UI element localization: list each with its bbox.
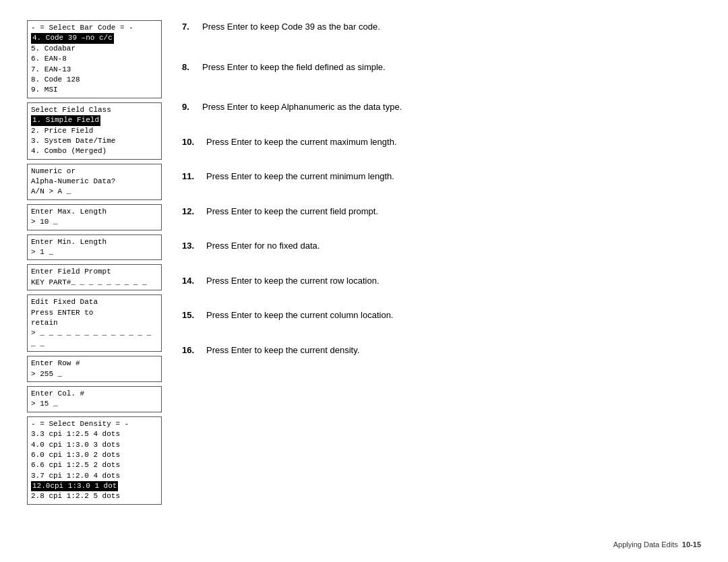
left-panel: - = Select Bar Code = - 4. Code 39 –no c… (27, 13, 162, 549)
max-length-value: > 10 _ (31, 217, 158, 227)
min-length-label: Enter Min. Length (31, 237, 158, 247)
field-class-option-1: 1. Simple Field (31, 115, 158, 125)
barcode-line-7: 9. MSI (31, 85, 158, 95)
field-class-header: Select Field Class (31, 105, 158, 115)
step-9-text: Press Enter to keep Alphanumeric as the … (202, 100, 701, 114)
right-panel: 7. Press Enter to keep Code 39 as the ba… (162, 13, 701, 549)
density-opt-4: 6.6 cpi 1:2.5 2 dots (31, 460, 158, 470)
row-label: Enter Row # (31, 358, 158, 369)
barcode-select-box: - = Select Bar Code = - 4. Code 39 –no c… (27, 20, 162, 98)
density-opt-2: 4.0 cpi 1:3.0 3 dots (31, 440, 158, 450)
step-14: 14. Press Enter to keep the current row … (182, 274, 701, 288)
step-11-text: Press Enter to keep the current minimum … (206, 170, 701, 183)
step-10: 10. Press Enter to keep the current maxi… (182, 135, 701, 149)
numeric-box: Numeric or Alpha-Numeric Data? A/N > A _ (27, 164, 162, 200)
step-7-number: 7. (182, 20, 202, 34)
row-box: Enter Row # > 255 _ (27, 356, 162, 382)
density-opt-6: 12.0cpi 1:3.0 1 dot (31, 481, 158, 491)
field-class-option-2: 2. Price Field (31, 126, 158, 136)
density-opt-5: 3.7 cpi 1:2.0 4 dots (31, 471, 158, 481)
step-8: 8. Press Enter to keep the field defined… (182, 61, 701, 74)
step-9: 9. Press Enter to keep Alphanumeric as t… (182, 100, 701, 114)
max-length-box: Enter Max. Length > 10 _ (27, 204, 162, 230)
step-10-text: Press Enter to keep the current maximum … (206, 135, 701, 149)
edit-fixed-line-3: retain (31, 318, 158, 328)
barcode-line-4: 6. EAN-8 (31, 54, 158, 64)
col-box: Enter Col. # > 15 _ (27, 386, 162, 412)
row-value: > 255 _ (31, 369, 158, 379)
edit-fixed-line-2: Press ENTER to (31, 308, 158, 318)
density-box: - = Select Density = - 3.3 cpi 1:2.5 4 d… (27, 416, 162, 505)
step-15: 15. Press Enter to keep the current colu… (182, 309, 701, 322)
step-14-number: 14. (182, 274, 206, 288)
step-8-text: Press Enter to keep the field defined as… (202, 61, 701, 74)
field-prompt-value: KEY PART#_ _ _ _ _ _ _ _ _ (31, 278, 158, 288)
step-11-number: 11. (182, 170, 206, 183)
footer-text: Applying Data Edits (613, 540, 682, 549)
density-header: - = Select Density = - (31, 419, 158, 429)
step-9-number: 9. (182, 100, 202, 114)
min-length-value: > 1 _ (31, 247, 158, 257)
barcode-line-5: 7. EAN-13 (31, 65, 158, 75)
step-7-text: Press Enter to keep Code 39 as the bar c… (202, 20, 701, 34)
footer: Applying Data Edits 10-15 (613, 540, 701, 549)
density-opt-7: 2.8 cpi 1:2.2 5 dots (31, 491, 158, 501)
step-7: 7. Press Enter to keep Code 39 as the ba… (182, 20, 701, 34)
step-12-text: Press Enter to keep the current field pr… (206, 205, 701, 218)
footer-page: 10-15 (682, 540, 701, 549)
min-length-box: Enter Min. Length > 1 _ (27, 235, 162, 261)
step-12-number: 12. (182, 205, 206, 218)
step-13-number: 13. (182, 239, 206, 253)
step-8-number: 8. (182, 61, 202, 74)
barcode-line-1: - = Select Bar Code = - (31, 23, 158, 33)
step-15-text: Press Enter to keep the current column l… (206, 309, 701, 322)
step-11: 11. Press Enter to keep the current mini… (182, 170, 701, 183)
field-prompt-label: Enter Field Prompt (31, 267, 158, 277)
col-value: > 15 _ (31, 399, 158, 409)
numeric-line-3: A/N > A _ (31, 187, 158, 197)
barcode-line-6: 8. Code 128 (31, 75, 158, 85)
density-opt-1: 3.3 cpi 1:2.5 4 dots (31, 429, 158, 439)
max-length-label: Enter Max. Length (31, 207, 158, 217)
step-10-number: 10. (182, 135, 206, 149)
field-prompt-box: Enter Field Prompt KEY PART#_ _ _ _ _ _ … (27, 264, 162, 290)
field-class-box: Select Field Class 1. Simple Field 2. Pr… (27, 102, 162, 160)
density-opt-3: 6.0 cpi 1:3.0 2 dots (31, 450, 158, 460)
edit-fixed-line-4: > _ _ _ _ _ _ _ _ _ _ _ _ _ _ _ (31, 328, 158, 349)
field-class-option-4: 4. Combo (Merged) (31, 146, 158, 156)
step-15-number: 15. (182, 309, 206, 322)
edit-fixed-data-box: Edit Fixed Data Press ENTER to retain > … (27, 294, 162, 352)
barcode-line-3: 5. Codabar (31, 44, 158, 54)
step-14-text: Press Enter to keep the current row loca… (206, 274, 701, 288)
barcode-line-2: 4. Code 39 –no c/c (31, 33, 158, 43)
numeric-line-1: Numeric or (31, 166, 158, 177)
step-13-text: Press Enter for no fixed data. (206, 239, 701, 253)
step-16-text: Press Enter to keep the current density. (206, 344, 701, 357)
edit-fixed-line-1: Edit Fixed Data (31, 297, 158, 307)
step-16-number: 16. (182, 344, 206, 357)
step-12: 12. Press Enter to keep the current fiel… (182, 205, 701, 218)
step-16: 16. Press Enter to keep the current dens… (182, 344, 701, 357)
col-label: Enter Col. # (31, 389, 158, 399)
numeric-line-2: Alpha-Numeric Data? (31, 177, 158, 187)
step-13: 13. Press Enter for no fixed data. (182, 239, 701, 253)
field-class-option-3: 3. System Date/Time (31, 136, 158, 146)
